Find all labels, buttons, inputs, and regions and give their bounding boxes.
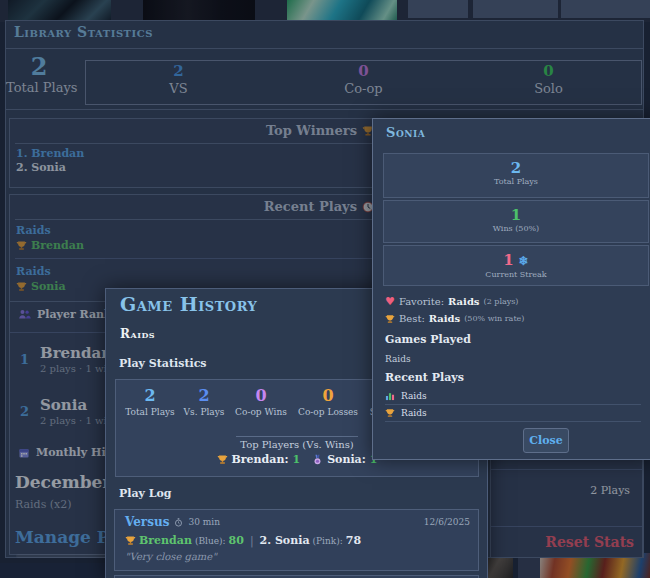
best-detail: (50% win rate) (464, 314, 524, 323)
trophy-icon (125, 535, 136, 546)
best-game: Raids (429, 313, 460, 324)
play-log-entry: Versus 30 min 12/6/2025 Brendan (Blue): … (114, 509, 479, 571)
heart-icon: ♥ (385, 295, 395, 308)
player-streak-card: 1 ❄ Current Streak (383, 245, 649, 286)
top-player-wins: 1 (293, 453, 301, 466)
favorite-game-line: ♥ Favorite: Raids (2 plays) (385, 295, 518, 308)
player-modal-title: Sonia (386, 125, 425, 140)
stat-label: Total Plays (122, 406, 178, 418)
player-recent-play-game: Raids (401, 391, 427, 401)
winner-team: (Blue): (195, 536, 226, 546)
stat-value: 1 (384, 201, 648, 224)
favorite-detail: (2 plays) (484, 297, 519, 306)
top-player-entry: Sonia: 1 (312, 453, 377, 466)
play-log-duration: 30 min (188, 517, 220, 527)
best-label: Best: (399, 313, 425, 324)
app-screen: Library Statistics 2 Total Plays 2 VS 0 … (0, 0, 650, 578)
stat-label: Vs. Plays (178, 406, 230, 418)
games-played-title: Games Played (385, 333, 471, 346)
top-player-entry: Brendan: 1 (217, 453, 301, 466)
stat-value: 2 (384, 154, 648, 177)
close-button[interactable]: Close (523, 428, 569, 453)
player-recent-play-item: Raids (385, 391, 641, 405)
trophy-icon (385, 314, 395, 324)
runner-up-name: 2. Sonia (260, 534, 310, 547)
score-separator: | (247, 534, 257, 547)
player-recent-play-game: Raids (401, 408, 427, 418)
player-wins-card: 1 Wins (50%) (383, 200, 649, 243)
winner-score: 80 (229, 534, 244, 547)
winner-name: Brendan (139, 534, 192, 547)
favorite-label: Favorite: (399, 296, 444, 307)
stat-value: 2 (122, 386, 178, 406)
game-history-game-name: Raids (120, 327, 155, 341)
play-log-note: "Very close game" (125, 551, 217, 562)
divider (236, 436, 358, 437)
medal-icon (312, 454, 323, 465)
bar-chart-icon (385, 391, 395, 401)
player-total-plays-card: 2 Total Plays (383, 153, 649, 198)
player-stats-modal: Sonia 2 Total Plays 1 Wins (50%) 1 ❄ Cur… (372, 118, 650, 460)
player-recent-play-item: Raids (385, 408, 641, 422)
stat-label: Current Streak (384, 270, 648, 279)
player-recent-plays-title: Recent Plays (385, 371, 464, 384)
stat-total-plays: 2 Total Plays (122, 386, 178, 418)
stat-coop-losses: 0 Co-op Losses (292, 386, 364, 418)
runner-up-team: (Pink): (313, 536, 343, 546)
trophy-icon (385, 408, 395, 418)
play-statistics-title: Play Statistics (119, 357, 207, 370)
stat-value: 1 ❄ (384, 246, 648, 270)
stat-label: Total Plays (384, 177, 648, 186)
trophy-icon (217, 454, 228, 465)
stat-value: 2 (178, 386, 230, 406)
stat-label: Co-op Losses (292, 406, 364, 418)
game-history-title: Game History (120, 293, 257, 315)
stat-label: Co-op Wins (230, 406, 292, 418)
stopwatch-icon (174, 518, 183, 527)
stat-value: 0 (292, 386, 364, 406)
games-played-item: Raids (385, 354, 411, 364)
stat-coop-wins: 0 Co-op Wins (230, 386, 292, 418)
runner-up-score: 78 (346, 534, 361, 547)
stat-vs-plays: 2 Vs. Plays (178, 386, 230, 418)
top-player-name: Brendan: (232, 453, 289, 466)
favorite-game: Raids (448, 296, 479, 307)
best-game-line: Best: Raids (50% win rate) (385, 313, 524, 324)
stat-value: 0 (230, 386, 292, 406)
play-log-title: Play Log (119, 487, 172, 500)
snowflake-icon: ❄ (519, 254, 529, 268)
play-log-date: 12/6/2025 (424, 517, 470, 527)
play-log-mode: Versus (125, 515, 169, 529)
top-player-name: Sonia: (327, 453, 366, 466)
stat-label: Wins (50%) (384, 224, 648, 233)
